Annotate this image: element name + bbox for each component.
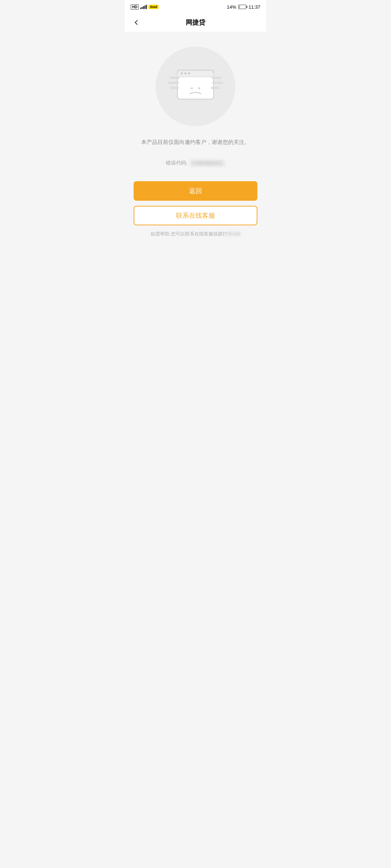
app-badge: Soul [148,5,159,9]
contact-service-button[interactable]: 联系在线客服 [134,206,257,225]
return-button[interactable]: 返回 [134,181,257,201]
svg-rect-2 [177,74,214,77]
signal-icon [140,5,147,9]
error-code-label: 错误代码: [166,160,188,166]
battery-icon [238,5,246,9]
back-arrow-icon [135,20,140,25]
error-code-value: F0B05B0001 [190,159,225,167]
footer-phone: 95188 [227,231,240,237]
svg-point-5 [188,72,190,75]
svg-point-6 [191,88,193,89]
nav-bar: 网捷贷 [125,13,266,32]
illustration-wrapper [156,47,235,126]
svg-point-3 [181,72,183,75]
svg-rect-8 [169,77,180,79]
battery-percent: 14% [227,4,236,10]
status-bar: HD Soul 14% 11:37 [125,0,266,13]
svg-rect-9 [168,82,179,84]
error-illustration-icon [167,63,224,110]
hd-label: HD [131,4,139,10]
svg-point-7 [198,88,200,89]
page-title: 网捷贷 [186,18,205,27]
error-code-row: 错误代码: F0B05B0001 [166,159,225,167]
error-message: 本产品目前仅面向邀约客户，谢谢您的关注。 [141,138,250,146]
status-left: HD Soul [131,4,159,10]
status-right: 14% 11:37 [227,4,260,10]
svg-rect-12 [212,82,223,84]
svg-rect-10 [170,87,179,89]
main-content: 本产品目前仅面向邀约客户，谢谢您的关注。 错误代码: F0B05B0001 返回… [125,32,266,246]
footer-hint: 如需帮助,您可以联系在线客服或拨打95188 [134,230,257,238]
svg-point-4 [184,72,186,75]
back-button[interactable] [131,16,144,29]
svg-rect-11 [211,77,222,79]
svg-rect-13 [211,87,219,89]
time-display: 11:37 [248,4,260,10]
